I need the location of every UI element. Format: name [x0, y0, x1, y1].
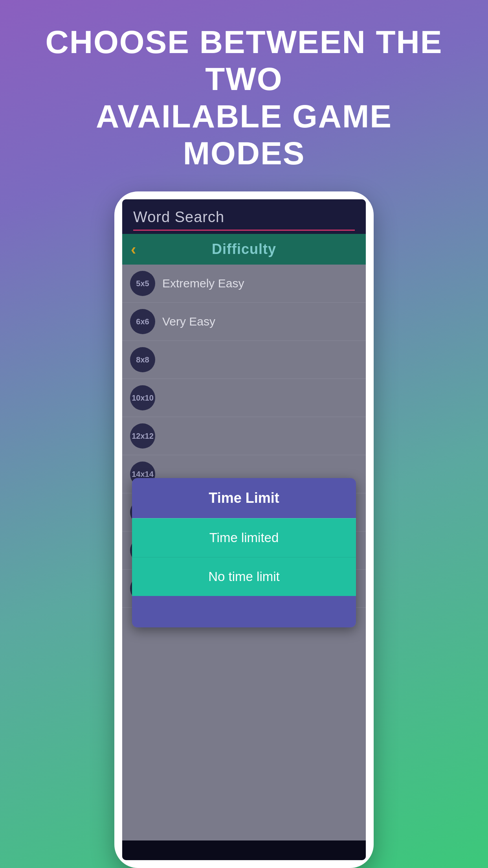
modal-title: Time Limit	[140, 490, 348, 506]
bottom-bar	[122, 840, 366, 860]
modal-title-bar: Time Limit	[132, 478, 356, 518]
time-limited-label: Time limited	[140, 530, 348, 545]
nav-title: Difficulty	[212, 241, 276, 257]
header-divider	[133, 230, 355, 231]
back-button[interactable]: ‹	[131, 241, 136, 258]
modal-overlay: Time Limit Time limited No time limit	[122, 265, 366, 840]
no-time-limit-label: No time limit	[140, 569, 348, 584]
app-title: Word Search	[133, 209, 355, 226]
nav-bar: ‹ Difficulty	[122, 234, 366, 265]
time-limit-modal: Time Limit Time limited No time limit	[132, 478, 356, 627]
no-time-limit-option[interactable]: No time limit	[132, 557, 356, 596]
page-headline: CHOOSE BETWEEN THE TWO AVAILABLE GAME MO…	[0, 0, 488, 191]
modal-footer	[132, 596, 356, 627]
difficulty-list: 5x5 Extremely Easy 6x6 Very Easy 8x8 10x…	[122, 265, 366, 840]
time-limited-option[interactable]: Time limited	[132, 518, 356, 557]
phone-screen: Word Search ‹ Difficulty 5x5 Extremely E…	[122, 199, 366, 860]
app-header: Word Search	[122, 199, 366, 234]
phone-frame: Word Search ‹ Difficulty 5x5 Extremely E…	[114, 191, 374, 868]
